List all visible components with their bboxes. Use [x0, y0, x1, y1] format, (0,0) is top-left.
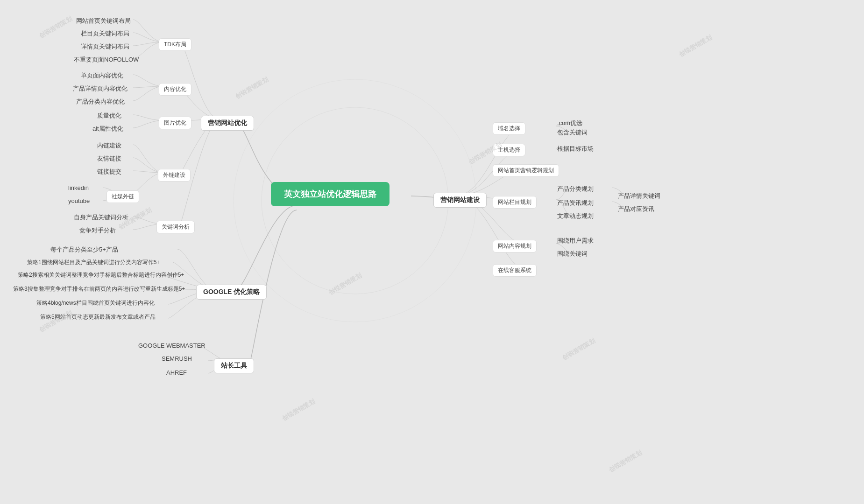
- center-node: 英文独立站优化逻辑思路: [271, 182, 390, 206]
- sub-node-wzsylxgh: 网站首页营销逻辑规划: [493, 164, 559, 177]
- leaf-cl1: 策略1围绕网站栏目及产品关键词进行分类内容写作5+: [23, 257, 163, 268]
- leaf-cpxqynryh: 产品详情页内容优化: [69, 83, 131, 94]
- sub-node-tpyh: 图片优化: [159, 117, 191, 129]
- leaf-cpxxgj: 产品详情关键词: [614, 190, 664, 202]
- leaf-cl2: 策略2搜索相关关键词整理竞争对手标题后整合标题进行内容创作5+: [14, 270, 188, 280]
- sub-node-wznrygh: 网站内容规划: [493, 240, 537, 252]
- center-label: 英文独立站优化逻辑思路: [271, 182, 390, 206]
- leaf-youtube: youtube: [64, 196, 93, 206]
- sub-node-wzmlygh: 网站栏目规划: [493, 196, 537, 209]
- leaf-gwyhdxq: 围绕用户需求: [553, 235, 597, 246]
- sub-node-tdk: TDK布局: [159, 38, 191, 51]
- sub-node-zjxz: 主机选择: [493, 144, 525, 156]
- leaf-gjmbs: 根据目标市场: [553, 143, 597, 154]
- leaf-ljjt: 链接提交: [93, 166, 125, 177]
- leaf-nljsz: 内链建设: [93, 140, 125, 151]
- leaf-cl5: 策略5网站首页动态更新最新发布文章或者产品: [36, 312, 159, 322]
- sub-node-gjfx: 关键词分析: [156, 221, 195, 233]
- sub-node-zxkfxt: 在线客服系统: [493, 264, 537, 277]
- leaf-mflsc5: 每个产品分类至少5+产品: [47, 244, 122, 255]
- leaf-dymynryh: 单页面内容优化: [77, 70, 127, 81]
- leaf-wzsykwbj: 网站首页关键词布局: [72, 15, 135, 27]
- main-node-gjyh: GOOGLE 优化策略: [196, 285, 267, 300]
- leaf-xqykwbj: 详情页关键词布局: [77, 41, 133, 52]
- leaf-bhhkw: 包含关键词: [553, 127, 591, 138]
- sub-node-nryh: 内容优化: [159, 83, 191, 96]
- main-node-yxwzjsz: 营销网站建设: [433, 193, 487, 208]
- main-node-zcgj: 站长工具: [214, 358, 254, 373]
- leaf-gwkw: 围绕关键词: [553, 248, 591, 259]
- leaf-semrush: SEMRUSH: [158, 354, 196, 364]
- main-node-yxwzyh: 营销网站优化: [201, 116, 254, 131]
- leaf-mlykwbj: 栏目页关键词布局: [77, 28, 133, 39]
- sub-node-smwl: 社媒外链: [106, 190, 139, 203]
- sub-node-wljsz: 外链建设: [158, 169, 191, 182]
- leaf-cpdzx: 产品对应资讯: [614, 203, 658, 215]
- leaf-yqls: 友情链接: [93, 153, 125, 164]
- leaf-jzdfx: 竞争对手分析: [76, 225, 120, 236]
- leaf-altyh: alt属性优化: [89, 123, 127, 134]
- leaf-cpxxygh: 产品资讯规划: [553, 197, 597, 209]
- leaf-zscpgjfx: 自身产品关键词分析: [70, 212, 132, 223]
- leaf-cpflgh: 产品分类规划: [553, 183, 597, 195]
- leaf-ahref: AHREF: [163, 368, 191, 378]
- leaf-gwm: GOOGLE WEBMASTER: [135, 341, 209, 350]
- leaf-zlqyh: 质量优化: [93, 110, 125, 121]
- leaf-nofollow: 不重要页面NOFOLLOW: [70, 54, 142, 65]
- leaf-linkedin: linkedin: [64, 183, 92, 193]
- main-label-yxwzyh: 营销网站优化: [201, 116, 254, 131]
- sub-node-ymxz: 域名选择: [493, 122, 525, 135]
- leaf-cl3: 策略3搜集整理竞争对手排名在前两页的内容进行改写重新生成标题5+: [9, 284, 189, 294]
- leaf-cl4: 策略4blog/news栏目围绕首页关键词进行内容化: [33, 298, 158, 308]
- leaf-wzdbdygh: 文章动态规划: [553, 210, 597, 222]
- leaf-cpflnryh: 产品分类内容优化: [72, 96, 128, 107]
- watermark-layer: 创锐营销策划 创锐营销策划 创锐营销策划 创锐营销策划 创锐营销策划 创锐营销策…: [0, 0, 864, 504]
